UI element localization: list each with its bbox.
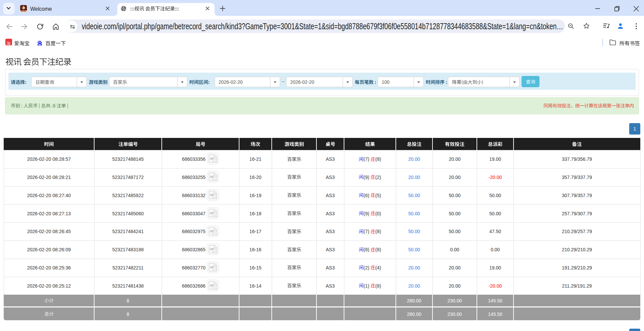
svg-text:du: du bbox=[38, 43, 41, 45]
